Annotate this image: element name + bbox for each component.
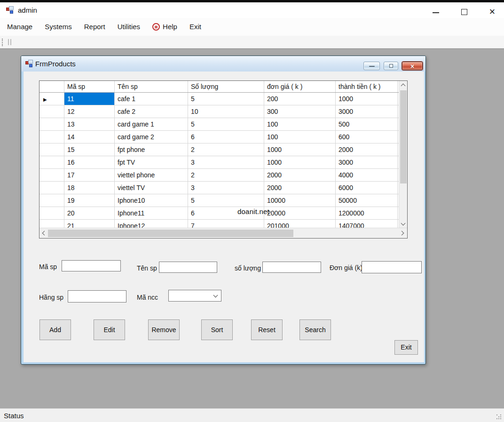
frmproducts-titlebar[interactable]: FrmProducts ×: [21, 56, 425, 72]
vertical-scroll-thumb[interactable]: [400, 90, 407, 183]
column-header[interactable]: Mã sp: [64, 81, 115, 92]
edit-button[interactable]: Edit: [94, 319, 125, 340]
toolstrip-grip-icon[interactable]: [2, 39, 3, 46]
child-restore-button[interactable]: [384, 62, 398, 70]
row-selector[interactable]: [39, 169, 64, 181]
grid-cell[interactable]: 600: [336, 131, 398, 143]
grid-cell[interactable]: 100: [264, 131, 336, 143]
table-row[interactable]: 15fpt phone210002000: [39, 143, 407, 156]
close-button[interactable]: ×: [482, 5, 503, 19]
grid-cell[interactable]: 6: [188, 131, 264, 143]
scroll-up-button[interactable]: [399, 81, 408, 89]
table-row[interactable]: 21Iphone1272010001407000: [39, 220, 407, 228]
table-row[interactable]: 12cafe 2103003000: [39, 105, 407, 118]
grid-cell[interactable]: 1407000: [336, 220, 398, 228]
row-selector[interactable]: [39, 143, 64, 156]
ma-ncc-combobox[interactable]: [168, 290, 221, 302]
grid-cell[interactable]: Iphone11: [115, 207, 188, 219]
grid-cell[interactable]: 5: [188, 118, 264, 130]
row-selector[interactable]: [39, 207, 64, 219]
grid-cell[interactable]: 16: [64, 156, 115, 168]
grid-cell[interactable]: 7: [188, 220, 264, 228]
grid-cell[interactable]: 3000: [336, 156, 398, 168]
grid-cell[interactable]: 500: [336, 118, 398, 130]
grid-cell[interactable]: 201000: [264, 220, 336, 228]
menu-item-report[interactable]: Report: [78, 18, 111, 36]
grid-cell[interactable]: 2: [188, 143, 264, 156]
grid-cell[interactable]: 11: [64, 93, 115, 105]
menu-item-help[interactable]: Help: [146, 18, 183, 36]
row-selector[interactable]: [39, 182, 64, 194]
add-button[interactable]: Add: [39, 319, 71, 340]
grid-cell[interactable]: cafe 1: [115, 93, 188, 105]
grid-vertical-scrollbar[interactable]: [399, 81, 407, 228]
don-gia-input[interactable]: [362, 261, 422, 273]
grid-cell[interactable]: Iphone10: [115, 194, 188, 207]
horizontal-scroll-thumb[interactable]: [48, 230, 293, 237]
grid-cell[interactable]: 200: [264, 93, 336, 105]
resize-grip-icon[interactable]: [496, 414, 497, 415]
column-header[interactable]: thành tiền ( k ): [336, 81, 398, 92]
grid-cell[interactable]: card game 1: [115, 118, 188, 130]
grid-cell[interactable]: 10000: [264, 194, 336, 207]
grid-cell[interactable]: 3: [188, 182, 264, 194]
grid-cell[interactable]: 2000: [264, 169, 336, 181]
grid-cell[interactable]: 50000: [336, 194, 398, 207]
table-row[interactable]: 19Iphone1051000050000: [39, 194, 407, 207]
column-header[interactable]: đơn giá ( k ): [264, 81, 336, 92]
reset-button[interactable]: Reset: [251, 319, 283, 340]
remove-button[interactable]: Remove: [148, 319, 180, 340]
row-selector[interactable]: [39, 156, 64, 168]
column-header[interactable]: Tên sp: [115, 81, 188, 92]
table-row[interactable]: 18viettel TV320006000: [39, 182, 407, 194]
grid-cell[interactable]: fpt TV: [115, 156, 188, 168]
grid-cell[interactable]: 18: [64, 182, 115, 194]
grid-cell[interactable]: cafe 2: [115, 105, 188, 118]
ma-sp-input[interactable]: [62, 260, 121, 271]
grid-cell[interactable]: 5: [188, 194, 264, 207]
table-row[interactable]: 14card game 26100600: [39, 131, 407, 143]
menu-item-systems[interactable]: Systems: [39, 18, 78, 36]
scroll-left-button[interactable]: [39, 229, 48, 237]
scroll-right-button[interactable]: [398, 229, 407, 237]
grid-cell[interactable]: viettel TV: [115, 182, 188, 194]
grid-cell[interactable]: 1000: [336, 93, 398, 105]
grid-cell[interactable]: 100: [264, 118, 336, 130]
maximize-button[interactable]: [454, 5, 474, 19]
grid-cell[interactable]: 21: [64, 220, 115, 228]
grid-cell[interactable]: 12: [64, 105, 115, 118]
grid-cell[interactable]: 15: [64, 143, 115, 156]
grid-cell[interactable]: card game 2: [115, 131, 188, 143]
table-row[interactable]: 13card game 15100500: [39, 118, 407, 131]
grid-cell[interactable]: 3: [188, 156, 264, 168]
grid-cell[interactable]: 2000: [264, 182, 336, 194]
grid-cell[interactable]: fpt phone: [115, 143, 188, 156]
child-minimize-button[interactable]: [363, 62, 380, 70]
grid-cell[interactable]: 20: [64, 207, 115, 219]
row-selector[interactable]: [39, 194, 64, 207]
grid-cell[interactable]: 5: [188, 93, 264, 105]
grid-cell[interactable]: 10: [188, 105, 264, 118]
grid-cell[interactable]: 14: [64, 131, 115, 143]
table-row[interactable]: 16fpt TV310003000: [39, 156, 407, 169]
grid-horizontal-scrollbar[interactable]: [39, 228, 407, 238]
menu-item-utilities[interactable]: Utilities: [111, 18, 146, 36]
grid-cell[interactable]: 4000: [336, 169, 398, 181]
grid-cell[interactable]: 2: [188, 169, 264, 181]
menu-item-exit[interactable]: Exit: [183, 18, 207, 36]
hang-sp-input[interactable]: [68, 290, 126, 303]
grid-corner-header[interactable]: [39, 81, 64, 92]
row-selector[interactable]: [39, 118, 64, 130]
grid-cell[interactable]: viettel phone: [115, 169, 188, 181]
grid-cell[interactable]: Iphone12: [115, 220, 188, 228]
column-header[interactable]: Số lượng: [188, 81, 264, 92]
grid-cell[interactable]: 1200000: [336, 207, 398, 219]
row-selector[interactable]: ▶: [39, 93, 64, 105]
grid-cell[interactable]: 300: [264, 105, 336, 118]
menu-item-manage[interactable]: Manage: [1, 18, 39, 36]
row-selector[interactable]: [39, 220, 64, 228]
child-close-button[interactable]: ×: [402, 62, 423, 70]
table-row[interactable]: 20Iphone116200001200000: [39, 207, 407, 220]
grid-cell[interactable]: 19: [64, 194, 115, 207]
search-button[interactable]: Search: [299, 319, 331, 340]
